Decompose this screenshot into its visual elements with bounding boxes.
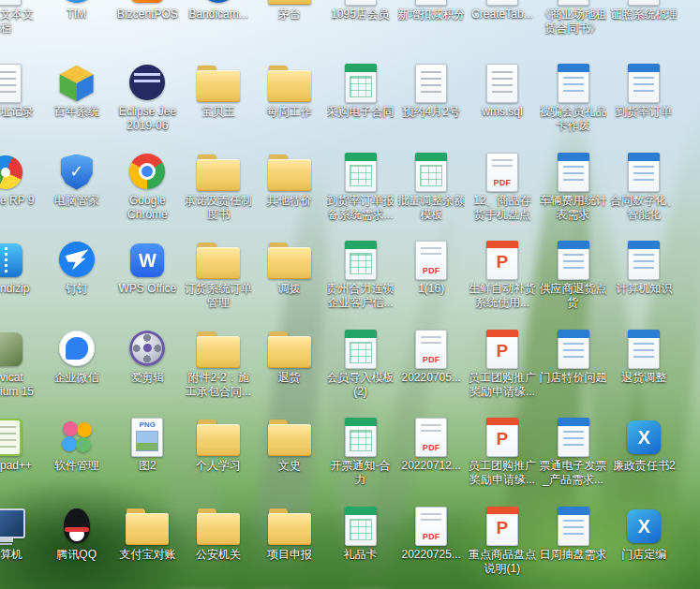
- icon-label: 被骗会员礼品卡作废: [540, 105, 607, 133]
- desktop-icon[interactable]: 软件管理: [43, 414, 111, 473]
- excel-icon: [415, 0, 447, 6]
- icon-label: 图2: [113, 459, 181, 473]
- folder-icon: [268, 0, 311, 6]
- desktop-icon[interactable]: vicat ium 15: [0, 326, 43, 399]
- desktop-icon[interactable]: P生鲜自动补货系统使用...: [469, 237, 536, 310]
- desktop-icon[interactable]: 车辆费用统计表需求: [540, 149, 607, 222]
- pdf-icon: PDF: [415, 237, 447, 280]
- desktop-icon[interactable]: 采购电子合同: [327, 60, 395, 119]
- desktop-icon[interactable]: 新增扣减积分: [397, 0, 465, 22]
- desktop-icon[interactable]: TIM: [43, 0, 111, 22]
- desktop-icon[interactable]: 到货率订单报备系统需求...: [327, 149, 395, 222]
- desktop-icon[interactable]: 个人学习: [185, 414, 252, 473]
- desktop-icon[interactable]: 到货率订单: [610, 60, 678, 119]
- desktop-icon[interactable]: 礼品卡: [327, 503, 395, 562]
- icon-label: 开票通知-合力: [327, 459, 395, 487]
- desktop-icon[interactable]: 调拨: [256, 237, 323, 296]
- desktop-icon[interactable]: 《商业场地租赁合同书》: [540, 0, 607, 36]
- desktop-icon[interactable]: X门店定编: [610, 503, 678, 562]
- desktop-icon[interactable]: 项目申报: [256, 503, 323, 562]
- desktop-icon[interactable]: 票通电子发票_产品需求...: [540, 414, 607, 487]
- desktop-icon[interactable]: 退货调整: [610, 326, 678, 385]
- software-icon: [59, 414, 95, 457]
- desktop-icon[interactable]: 供应商退货点货: [540, 237, 607, 310]
- desktop-icon[interactable]: 算机: [0, 503, 43, 562]
- icon-label: CreateTab...: [469, 7, 536, 22]
- desktop-icon[interactable]: 批量调整余额模板: [397, 149, 465, 222]
- desktop-icon[interactable]: 订货系统订单管理: [185, 237, 252, 310]
- doc-icon: [0, 60, 22, 103]
- desktop-icon[interactable]: PDF1(16): [397, 237, 465, 296]
- desktop-icon[interactable]: 爱剪辑: [113, 326, 181, 385]
- desktop-icon[interactable]: 每周工作: [256, 60, 323, 119]
- desktop-icon[interactable]: PDF20220712...: [397, 414, 465, 473]
- desktop-icon[interactable]: PDF20220725...: [397, 503, 465, 562]
- desktop-icon[interactable]: 会员导入模板(2): [327, 326, 395, 399]
- icon-label: 退货调整: [610, 371, 678, 385]
- desktop-icon[interactable]: 预约4月2号: [397, 60, 465, 119]
- desktop-icon[interactable]: wms.sql: [469, 60, 536, 119]
- desktop-icon[interactable]: PDF12、商品存货手机盘点: [469, 149, 536, 222]
- desktop-icon[interactable]: P员工团购推广奖励申请缘...: [469, 414, 536, 487]
- desktop-icon[interactable]: 日周抽盘需求: [540, 503, 607, 562]
- desktop-icon[interactable]: X廉政责任书2: [610, 414, 678, 473]
- icon-label: 礼品卡: [327, 548, 395, 562]
- desktop-icon[interactable]: 企业微信: [43, 326, 111, 385]
- desktop-icon[interactable]: P重点商品盘点说明(1): [469, 503, 536, 576]
- icon-label: 软件管理: [43, 459, 111, 473]
- desktop-icon[interactable]: 门店特价问题: [540, 326, 607, 385]
- icon-label: 其他特价: [256, 194, 323, 208]
- desktop-icon[interactable]: 文本文档: [0, 0, 43, 36]
- desktop-icon[interactable]: BizcentPOS: [113, 0, 181, 22]
- desktop-icon[interactable]: 公安机关: [185, 503, 252, 562]
- desktop-icon[interactable]: e RP 9: [0, 149, 43, 208]
- desktop-icon[interactable]: 贵州合力连锁企业客户信...: [327, 237, 395, 310]
- desktop-icon[interactable]: ndizip: [0, 237, 43, 296]
- desktop-icon[interactable]: WWPS Office: [113, 237, 181, 296]
- icon-label: 到货率订单: [610, 105, 678, 119]
- word-icon: [628, 0, 660, 6]
- desktop-icon[interactable]: Google Chrome: [113, 149, 181, 222]
- icon-label: 百年系统: [43, 105, 111, 119]
- desktop-icon[interactable]: PNG图2: [113, 414, 181, 473]
- desktop-icon[interactable]: 退货: [256, 326, 323, 385]
- desktop-icon[interactable]: CreateTab...: [469, 0, 536, 22]
- desktop-icon[interactable]: 被骗会员礼品卡作废: [540, 60, 607, 133]
- desktop-icon[interactable]: ✓电脑管家: [43, 149, 111, 208]
- desktop-icon[interactable]: 1095店会员: [327, 0, 395, 22]
- icon-label: 公安机关: [185, 548, 252, 562]
- desktop-icon[interactable]: Bandicam...: [185, 0, 252, 22]
- desktop-icon[interactable]: 支付宝对账: [113, 503, 181, 562]
- desktop-icon[interactable]: 其他特价: [256, 149, 323, 208]
- desktop-icon[interactable]: 计算机知识: [610, 237, 678, 296]
- folder-icon: [268, 414, 311, 457]
- desktop-icon[interactable]: 茅台: [256, 0, 323, 22]
- icon-label: 日周抽盘需求: [540, 548, 607, 562]
- doc-icon: [486, 60, 518, 103]
- icon-label: 供应商退货点货: [540, 282, 607, 310]
- desktop-icon[interactable]: 承诺及责任制度书: [185, 149, 252, 222]
- desktop-icon[interactable]: PDF20220705...: [397, 326, 465, 385]
- desktop-icon[interactable]: pad++: [0, 414, 43, 473]
- desktop-icon[interactable]: P员工团购推广奖励申请缘...: [469, 326, 536, 399]
- icon-label: vicat ium 15: [0, 371, 43, 399]
- desktop-icon[interactable]: 文史: [256, 414, 323, 473]
- desktop-icon[interactable]: 腾讯QQ: [43, 503, 111, 562]
- desktop-icon[interactable]: 址记录: [0, 60, 43, 119]
- desktop-icon[interactable]: 宝贝王: [185, 60, 252, 119]
- desktop-icon[interactable]: 证照系统梳理: [610, 0, 678, 22]
- desktop-icon[interactable]: 开票通知-合力: [327, 414, 395, 487]
- dingtalk-icon: [59, 237, 95, 280]
- folder-icon: [197, 414, 240, 457]
- desktop-icon[interactable]: 钉钉: [43, 237, 111, 296]
- desktop-icon[interactable]: 合同数字化、智能化: [610, 149, 678, 222]
- icon-label: 重点商品盘点说明(1): [469, 548, 536, 576]
- desktop-icon[interactable]: 附件2-2：施工承包合同...: [185, 326, 252, 399]
- shield-icon: ✓: [61, 149, 93, 192]
- desktop-icon[interactable]: 百年系统: [43, 60, 111, 119]
- qq-icon: [61, 503, 93, 546]
- icon-label: wms.sql: [469, 105, 536, 119]
- pdf-icon: PDF: [415, 414, 447, 457]
- icon-label: 门店特价问题: [540, 371, 607, 385]
- desktop-icon[interactable]: Eclipse Jee 2019-06: [113, 60, 181, 133]
